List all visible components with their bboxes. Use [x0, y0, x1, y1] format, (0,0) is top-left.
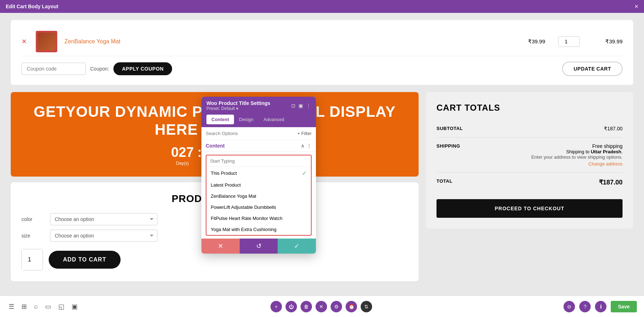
- top-bar: Edit Cart Body Layout ×: [0, 0, 644, 13]
- toolbar-left: ☰ ⊞ ⌕ ▭ ◱ ▣: [7, 301, 79, 312]
- toolbar-power-button[interactable]: ⏻: [286, 301, 297, 312]
- option-label-latest-product: Latest Product: [211, 182, 241, 188]
- product-thumbnail: [38, 33, 55, 51]
- toolbar-mobile-icon[interactable]: ▣: [70, 301, 79, 312]
- dropdown-option-this-product[interactable]: This Product ✓: [206, 167, 311, 179]
- coupon-code-input[interactable]: [21, 63, 86, 75]
- toolbar-delete-button[interactable]: 🗑: [301, 301, 312, 312]
- option-label-zenbalance: ZenBalance Yoga Mat: [211, 193, 256, 199]
- dropdown-option-latest-product[interactable]: Latest Product: [206, 179, 311, 191]
- panel-search-input[interactable]: [206, 131, 294, 136]
- tab-design[interactable]: Design: [234, 115, 258, 124]
- change-address-link[interactable]: Change address: [531, 161, 623, 167]
- shipping-row: SHIPPING Free shipping Shipping to Uttar…: [436, 138, 623, 173]
- toolbar-close-button[interactable]: ✕: [316, 301, 327, 312]
- right-column: CART TOTALS SUBTOTAL ₹187.00 SHIPPING Fr…: [426, 92, 633, 281]
- checkout-button[interactable]: PROCEED TO CHECKOUT: [436, 199, 623, 218]
- toolbar-settings-button[interactable]: ⚙: [331, 301, 342, 312]
- cart-section: ✕ ZenBalance Yoga Mat ₹39.99 ₹39.99 Coup…: [11, 20, 633, 85]
- size-select[interactable]: Choose an option: [50, 230, 157, 242]
- toolbar-right: ⊖ ? ℹ Save: [564, 301, 637, 312]
- dropdown-option-powerlift[interactable]: PowerLift Adjustable Dumbbells: [206, 202, 311, 213]
- total-amount: ₹187.00: [599, 178, 623, 186]
- option-label-yogamat-extra: Yoga Mat with Extra Cushioning: [211, 227, 277, 232]
- toolbar-add-button[interactable]: +: [270, 301, 282, 312]
- top-bar-close-button[interactable]: ×: [634, 3, 638, 10]
- cart-quantity-input[interactable]: [558, 36, 580, 47]
- subtotal-label: SUBTOTAL: [436, 126, 463, 131]
- cart-product-name: ZenBalance Yoga Mat: [64, 38, 515, 45]
- subtotal-value: ₹187.00: [604, 126, 623, 131]
- toolbar-tablet-icon[interactable]: ◱: [57, 301, 66, 312]
- filter-button[interactable]: + Filter: [297, 131, 312, 136]
- panel-more-icon[interactable]: ⋮: [306, 103, 311, 109]
- content-section-icons: ∧ ⋮: [301, 143, 312, 149]
- preset-label: Preset: Default: [206, 106, 235, 111]
- cart-product-price: ₹39.99: [515, 38, 558, 45]
- toolbar-desktop-icon[interactable]: ▭: [44, 301, 53, 312]
- toolbar-menu-icon[interactable]: ☰: [7, 301, 16, 312]
- cart-product-total: ₹39.99: [580, 38, 623, 45]
- settings-panel: Woo Product Title Settings Preset: Defau…: [201, 97, 316, 254]
- cart-row: ✕ ZenBalance Yoga Mat ₹39.99 ₹39.99: [21, 27, 623, 56]
- option-label-powerlift: PowerLift Adjustable Dumbbells: [211, 205, 276, 210]
- cart-product-image: [36, 31, 57, 52]
- toolbar-search-icon[interactable]: ⌕: [33, 301, 39, 312]
- countdown-days-value: 027: [171, 145, 194, 160]
- content-section-header: Content ∧ ⋮: [201, 140, 316, 152]
- dropdown-option-fitpulse[interactable]: FitPulse Heart Rate Monitor Watch: [206, 213, 311, 224]
- dropdown-container: This Product ✓ Latest Product ZenBalance…: [206, 155, 312, 236]
- coupon-label: Coupon:: [90, 66, 109, 72]
- two-column-layout: GETYOUR DYNAMIC POST TITLE WILL DISPLAY …: [11, 92, 633, 281]
- panel-resize-icon[interactable]: ▣: [298, 103, 303, 109]
- cart-remove-icon[interactable]: ✕: [21, 38, 36, 45]
- panel-preset[interactable]: Preset: Default ▾: [206, 106, 270, 111]
- toolbar-center: + ⏻ 🗑 ✕ ⚙ ⏰ ⇅: [270, 301, 372, 312]
- dropdown-option-zenbalance[interactable]: ZenBalance Yoga Mat: [206, 191, 311, 202]
- ship-state: Uttar Pradesh: [591, 149, 621, 154]
- total-row: TOTAL ₹187.00: [436, 173, 623, 192]
- panel-maximize-icon[interactable]: ⊡: [291, 103, 296, 109]
- coupon-left: Coupon: APPLY COUPON: [21, 62, 172, 75]
- panel-confirm-button[interactable]: ✓: [278, 239, 316, 254]
- content-section-title: Content: [206, 143, 225, 149]
- quantity-input[interactable]: [22, 249, 43, 270]
- option-label-this-product: This Product: [211, 170, 237, 176]
- shipping-note: Enter your address to view shipping opti…: [531, 154, 623, 160]
- cart-totals-title: CART TOTALS: [436, 103, 623, 113]
- toolbar-zoom-out-icon[interactable]: ⊖: [564, 301, 575, 312]
- tab-advanced[interactable]: Advanced: [259, 115, 289, 124]
- ship-to-label: Shipping to: [566, 149, 589, 154]
- tab-content[interactable]: Content: [206, 115, 234, 124]
- content-collapse-icon[interactable]: ∧: [301, 143, 304, 149]
- add-to-cart-button[interactable]: ADD TO CART: [49, 251, 121, 269]
- toolbar-sort-button[interactable]: ⇅: [361, 301, 372, 312]
- total-label: TOTAL: [436, 178, 453, 184]
- save-button[interactable]: Save: [611, 301, 637, 312]
- apply-coupon-button[interactable]: APPLY COUPON: [113, 62, 172, 75]
- content-more-icon[interactable]: ⋮: [307, 143, 312, 149]
- dropdown-option-yogamat-extra[interactable]: Yoga Mat with Extra Cushioning: [206, 224, 311, 235]
- toolbar-info-icon[interactable]: ℹ: [595, 301, 606, 312]
- dropdown-search-input[interactable]: [206, 155, 311, 167]
- shipping-destination: Shipping to Uttar Pradesh.: [531, 149, 623, 154]
- cart-totals: CART TOTALS SUBTOTAL ₹187.00 SHIPPING Fr…: [426, 92, 633, 229]
- panel-actions: ✕ ↺ ✓: [201, 239, 316, 254]
- shipping-label: SHIPPING: [436, 143, 460, 149]
- toolbar-grid-icon[interactable]: ⊞: [20, 301, 28, 312]
- panel-search-row: + Filter: [201, 127, 316, 140]
- panel-cancel-button[interactable]: ✕: [201, 239, 240, 254]
- panel-undo-button[interactable]: ↺: [240, 239, 278, 254]
- main-area: ✕ ZenBalance Yoga Mat ₹39.99 ₹39.99 Coup…: [0, 13, 644, 296]
- quantity-box: [21, 249, 43, 270]
- toolbar-clock-button[interactable]: ⏰: [346, 301, 357, 312]
- subtotal-row: SUBTOTAL ₹187.00: [436, 120, 623, 138]
- color-label: color: [21, 216, 50, 222]
- panel-icons: ⊡ ▣ ⋮: [291, 103, 311, 109]
- update-cart-button[interactable]: UPDATE CART: [562, 62, 623, 76]
- bottom-toolbar: ☰ ⊞ ⌕ ▭ ◱ ▣ + ⏻ 🗑 ✕ ⚙ ⏰ ⇅ ⊖ ? ℹ Save: [0, 296, 644, 317]
- toolbar-help-icon[interactable]: ?: [579, 301, 591, 312]
- color-select[interactable]: Choose an option: [50, 213, 157, 225]
- option-label-fitpulse: FitPulse Heart Rate Monitor Watch: [211, 216, 282, 221]
- top-bar-title: Edit Cart Body Layout: [6, 4, 58, 9]
